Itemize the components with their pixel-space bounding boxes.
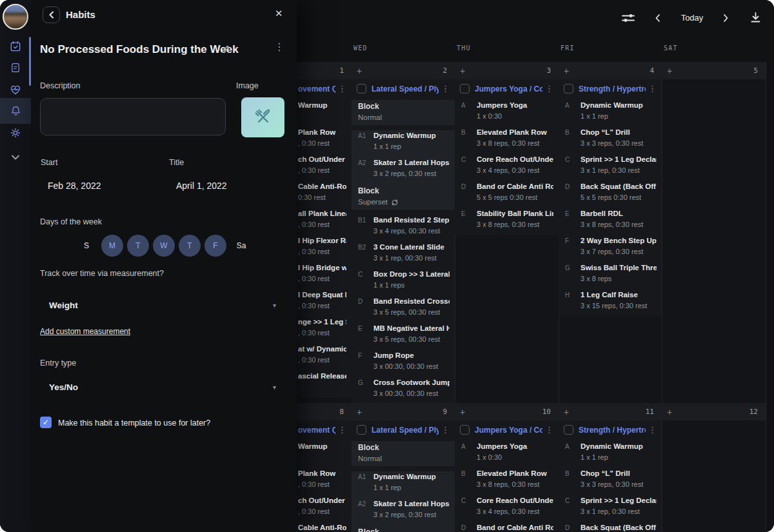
exercise-row[interactable]: CSprint >> 1 Leg Declarations3 x 1 rep, …: [559, 154, 662, 181]
prev-week-button[interactable]: [653, 13, 662, 23]
description-input[interactable]: [40, 98, 226, 135]
workout-menu-icon[interactable]: ⋮: [545, 425, 553, 435]
workout-menu-icon[interactable]: ⋮: [441, 84, 450, 94]
workout-menu-icon[interactable]: ⋮: [648, 425, 657, 435]
exercise-row[interactable]: DBack Squat (Back Off Set): [559, 522, 662, 532]
start-date-value[interactable]: Feb 28, 2022: [48, 181, 101, 191]
exercise-row[interactable]: all Plank Linear ..., 0:30 rest: [297, 208, 352, 235]
habit-image-tile[interactable]: [241, 97, 284, 137]
entry-type-select[interactable]: Yes/No: [49, 382, 78, 392]
day-toggle-T[interactable]: T: [127, 235, 149, 257]
add-workout-button[interactable]: +: [564, 408, 569, 417]
workout-checkbox[interactable]: [564, 425, 573, 435]
workout-title[interactable]: Lateral Speed / Plyo: [372, 426, 439, 435]
exercise-row[interactable]: Plank Row, 0:30 rest: [297, 468, 352, 495]
day-toggle-F[interactable]: F: [204, 235, 226, 257]
measurement-select[interactable]: Weight: [49, 300, 78, 310]
exercise-row[interactable]: ascial Release C...: [297, 371, 352, 398]
next-week-button[interactable]: [721, 13, 730, 23]
exercise-row[interactable]: l Hip Bridge w/ ..., 0:30 rest: [297, 262, 352, 290]
export-button[interactable]: [749, 11, 762, 24]
chevron-down-icon[interactable]: ▾: [273, 384, 276, 391]
exercise-row[interactable]: EStability Ball Plank Linear ...3 x 8 re…: [455, 208, 559, 235]
day-toggle-T[interactable]: T: [179, 235, 201, 257]
workout-menu-icon[interactable]: ⋮: [338, 84, 346, 94]
sidebar-item-more[interactable]: [0, 146, 31, 169]
close-icon[interactable]: ✕: [275, 8, 283, 19]
exercise-row[interactable]: A2Skater 3 Lateral Hops >> ...3 x 2 reps…: [352, 498, 455, 526]
workout-menu-icon[interactable]: ⋮: [441, 425, 450, 435]
exercise-row[interactable]: GCross Footwork Jump Rope3 x 00:30, 00:3…: [352, 377, 455, 403]
exercise-row[interactable]: Warmup: [297, 441, 352, 468]
workout-menu-icon[interactable]: ⋮: [648, 84, 657, 94]
back-button[interactable]: [43, 6, 60, 23]
exercise-row[interactable]: H1 Leg Calf Raise3 x 15 reps, 0:30 rest: [559, 290, 662, 317]
add-workout-button[interactable]: +: [667, 408, 672, 417]
end-date-value[interactable]: April 1, 2022: [176, 181, 227, 191]
exercise-row[interactable]: B1Band Resisted 2 Step Late...3 x 4 reps…: [352, 215, 455, 242]
sidebar-item-notifications[interactable]: [0, 98, 31, 124]
exercise-row[interactable]: at w/ Dynamic P..., 0:30 rest: [297, 344, 352, 371]
sidebar-item-schedule[interactable]: [0, 35, 31, 58]
exercise-row[interactable]: DBack Squat (Back Off Set)5 x 5 reps 0:3…: [559, 181, 662, 208]
add-workout-button[interactable]: +: [357, 66, 362, 75]
exercise-row[interactable]: ch Out/Under, 0:30 rest: [297, 495, 352, 522]
add-workout-button[interactable]: +: [564, 66, 569, 75]
exercise-row[interactable]: DBand or Cable Anti Rotati...5 x 5 reps …: [455, 181, 559, 208]
exercise-row[interactable]: A1Dynamic Warmup1 x 1 rep: [352, 130, 455, 157]
workout-checkbox[interactable]: [460, 84, 470, 94]
exercise-row[interactable]: DBand Resisted Crossover...3 x 5 reps, 0…: [352, 296, 455, 323]
sidebar-item-notes[interactable]: [0, 56, 31, 79]
add-custom-measurement-link[interactable]: Add custom measurement: [40, 327, 130, 336]
exercise-row[interactable]: Warmup: [297, 100, 352, 127]
exercise-row[interactable]: CSprint >> 1 Leg Declarations3 x 1 rep, …: [559, 495, 662, 522]
exercise-row[interactable]: AJumpers Yoga1 x 0:30: [455, 441, 559, 468]
workout-title[interactable]: Lateral Speed / Plyo: [372, 84, 439, 94]
exercise-row[interactable]: BChop “L” Drill3 x 3 reps, 0:30 rest: [559, 468, 662, 495]
template-checkbox[interactable]: ✓: [40, 417, 52, 428]
workout-checkbox[interactable]: [357, 84, 366, 94]
workout-title[interactable]: ovement Q...: [298, 426, 335, 435]
workout-menu-icon[interactable]: ⋮: [338, 425, 346, 435]
exercise-row[interactable]: BElevated Plank Row3 x 8 reps, 0:30 rest: [455, 468, 559, 495]
add-workout-button[interactable]: +: [460, 66, 465, 75]
workout-checkbox[interactable]: [357, 425, 366, 435]
exercise-row[interactable]: F2 Way Bench Step Up3 x 7 reps, 0:30 res…: [559, 235, 662, 262]
chevron-down-icon[interactable]: ▾: [273, 302, 276, 309]
day-toggle-S[interactable]: S: [75, 235, 97, 257]
exercise-row[interactable]: ch Out/Under, 0:30 rest: [297, 154, 352, 181]
exercise-row[interactable]: AJumpers Yoga1 x 0:30: [455, 100, 559, 127]
exercise-row[interactable]: Cable Anti-Rotati...: [297, 522, 352, 532]
habit-menu-icon[interactable]: ⋮: [274, 41, 284, 53]
exercise-row[interactable]: EMB Negative Lateral Hop...3 x 5 reps, 0…: [352, 323, 455, 350]
exercise-row[interactable]: CCore Reach Out/Under3 x 4 reps, 0:30 re…: [455, 495, 559, 522]
exercise-row[interactable]: FJump Rope3 x 00:30, 00:30 rest: [352, 350, 455, 377]
exercise-row[interactable]: BElevated Plank Row3 x 8 reps, 0:30 rest: [455, 127, 559, 154]
workout-title[interactable]: Jumpers Yoga / Core: [475, 426, 542, 435]
day-toggle-W[interactable]: W: [153, 235, 175, 257]
exercise-row[interactable]: nge >> 1 Leg St..., 0:30 rest: [297, 317, 352, 344]
exercise-row[interactable]: ADynamic Warmup1 x 1 rep: [559, 441, 662, 468]
day-toggle-Sa[interactable]: Sa: [230, 235, 252, 257]
day-toggle-M[interactable]: M: [101, 235, 123, 257]
add-workout-button[interactable]: +: [357, 408, 362, 417]
exercise-row[interactable]: GSwiss Ball Triple Threat3 x 8 reps: [559, 262, 662, 290]
add-workout-button[interactable]: +: [460, 408, 465, 417]
exercise-row[interactable]: A1Dynamic Warmup1 x 1 rep: [352, 471, 455, 498]
filters-button[interactable]: [620, 12, 636, 25]
add-workout-button[interactable]: +: [667, 66, 672, 75]
exercise-row[interactable]: Plank Row, 0:30 rest: [297, 127, 352, 154]
exercise-row[interactable]: DBand or Cable Anti Rotati...: [455, 522, 559, 532]
exercise-row[interactable]: CCore Reach Out/Under3 x 4 reps, 0:30 re…: [455, 154, 559, 181]
exercise-row[interactable]: ADynamic Warmup1 x 1 rep: [559, 100, 662, 127]
today-button[interactable]: Today: [674, 13, 710, 23]
avatar[interactable]: [3, 4, 28, 30]
exercise-row[interactable]: EBarbell RDL3 x 8 reps, 0:30 rest: [559, 208, 662, 235]
sidebar-item-settings[interactable]: [0, 121, 31, 144]
exercise-row[interactable]: Cable Anti-Rotati...0:30 rest: [297, 181, 352, 208]
exercise-row[interactable]: A2Skater 3 Lateral Hops >> ...3 x 2 reps…: [352, 157, 455, 184]
workout-checkbox[interactable]: [564, 84, 573, 94]
workout-menu-icon[interactable]: ⋮: [545, 84, 553, 94]
workout-title[interactable]: Strength / Hypertro...: [579, 84, 646, 94]
exercise-row[interactable]: B23 Cone Lateral Slide3 x 1 rep, 00:30 r…: [352, 242, 455, 269]
